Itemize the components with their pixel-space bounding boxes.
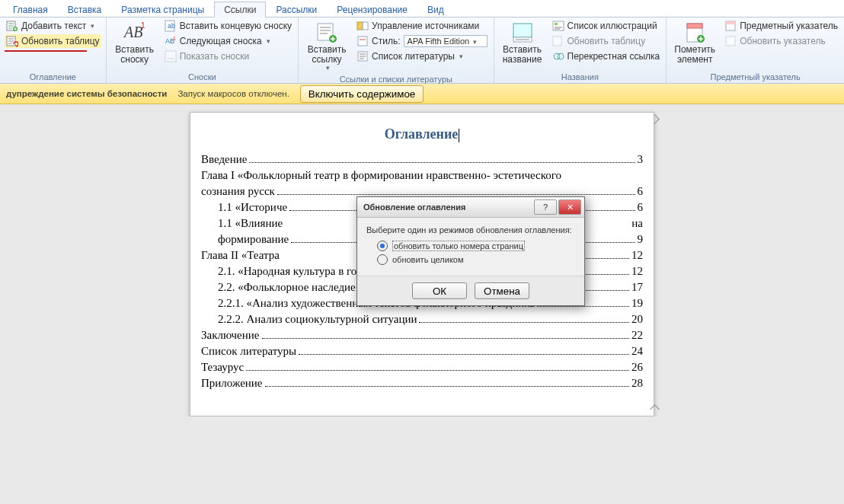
show-footnotes-button[interactable]: Показать сноски [163,49,293,63]
insert-citation-label: Вставить ссылку [308,45,347,65]
dialog-cancel-button[interactable]: Отмена [475,282,529,299]
style-label: Стиль: [372,36,400,46]
group-toc: Добавить текст ▾ Обновить таблицу Оглавл… [0,18,107,83]
dialog-close-button[interactable]: ✕ [558,199,581,215]
svg-rect-27 [726,21,735,24]
svg-rect-13 [363,22,368,30]
toc-leader [265,377,629,387]
toc-page-number: 3 [638,153,644,166]
add-text-button[interactable]: Добавить текст ▾ [5,19,101,33]
citation-style-select[interactable]: APA Fifth Edition ▾ [404,35,488,47]
radio-icon [377,241,388,251]
group-footnotes: AB1 Вставить сноску abВставить концевую … [107,18,299,83]
svg-rect-14 [358,37,367,46]
svg-rect-9 [165,51,176,62]
add-text-icon [6,20,18,32]
toc-leader [419,313,629,323]
bibliography-icon [356,50,369,62]
radio-icon [377,254,388,265]
toc-page-number: 12 [631,249,643,262]
insert-footnote-button[interactable]: AB1 Вставить сноску [111,19,158,66]
insert-endnote-button[interactable]: abВставить концевую сноску [163,19,293,33]
tab-разметка страницы[interactable]: Разметка страницы [111,2,214,17]
list-of-figures-button[interactable]: Список иллюстраций [551,19,662,33]
toc-entry: 2.2.2. Анализ социокультурной ситуации20 [201,313,643,326]
svg-rect-19 [555,23,558,25]
toc-page-number: 6 [638,185,644,198]
index-label: Предметный указатель [740,21,838,31]
toc-text: формирование [218,233,289,246]
text-cursor [459,129,459,142]
security-warning-bar: дупреждение системы безопасности Запуск … [0,84,844,104]
update-toc-button[interactable]: Обновить таблицу [5,34,101,48]
toc-text-tail: на [631,217,643,230]
manage-sources-button[interactable]: Управление источниками [355,19,488,33]
tab-ссылки[interactable]: Ссылки [214,2,266,18]
dropdown-icon: ▾ [91,22,94,30]
dialog-titlebar[interactable]: Обновление оглавления ? ✕ [357,197,584,218]
refresh-icon [6,35,18,47]
update-toc-label: Обновить таблицу [21,36,100,46]
toc-page-number: 22 [631,329,643,342]
mark-index-entry-button[interactable]: Пометить элемент [671,19,718,66]
toc-text: Введение [201,153,247,166]
update-toc-dialog: Обновление оглавления ? ✕ Выберите один … [356,196,585,306]
figures-icon [552,20,564,32]
dropdown-icon: ▾ [326,65,330,72]
toc-text: Заключение [201,329,260,342]
group-citations: Вставить ссылку▾ Управление источниками … [299,18,494,83]
toc-text: 1.1 «Влияние [218,217,283,230]
dialog-help-button[interactable]: ? [534,199,557,215]
toc-page-number: 19 [631,297,643,310]
toc-text: 1.1 «Историче [218,201,287,214]
svg-rect-24 [687,24,702,28]
insert-citation-button[interactable]: Вставить ссылку▾ [303,19,350,74]
bibliography-label: Список литературы [372,51,455,62]
enable-content-button[interactable]: Включить содержимое [300,85,424,103]
tab-рецензирование[interactable]: Рецензирование [327,2,417,17]
mark-entry-icon [683,21,707,45]
toc-text: Тезаурус [201,361,244,374]
svg-rect-20 [553,37,561,46]
radio-update-pages[interactable]: обновить только номера страниц [377,241,575,251]
toc-leader [249,153,635,163]
toc-entry: Тезаурус26 [201,361,643,374]
toc-page-number: 24 [631,345,643,358]
tab-главная[interactable]: Главная [3,2,58,17]
footnote-icon: AB1 [123,21,147,45]
style-icon [356,35,369,47]
tab-вид[interactable]: Вид [417,2,454,17]
dialog-footer: ОК Отмена [357,276,584,305]
toc-page-number: 28 [631,377,643,390]
dropdown-icon: ▾ [459,53,463,60]
mark-entry-label: Пометить элемент [674,45,715,65]
update-index-button[interactable]: Обновить указатель [723,34,839,48]
update-captions-button[interactable]: Обновить таблицу [551,34,662,48]
insert-caption-button[interactable]: Вставить название [499,19,546,66]
crossref-button[interactable]: Перекрестная ссылка [551,49,662,63]
style-value: APA Fifth Edition [408,37,470,46]
toc-page-number: 17 [631,281,643,294]
toc-text: сознания русск [201,185,275,198]
toc-text: 2.2.2. Анализ социокультурной ситуации [218,313,417,326]
insert-index-button[interactable]: Предметный указатель [723,19,839,33]
citation-icon [315,21,339,45]
svg-text:1: 1 [173,36,176,41]
next-footnote-label: Следующая сноска [180,36,262,46]
next-footnote-button[interactable]: AB1Следующая сноска▾ [163,34,293,48]
dialog-ok-button[interactable]: ОК [412,282,467,299]
citation-style-row: Стиль: APA Fifth Edition ▾ [355,34,488,48]
insert-caption-label: Вставить название [503,45,542,65]
tab-вставка[interactable]: Вставка [58,2,112,17]
toc-entry: Введение3 [201,153,643,166]
index-icon [724,20,737,32]
bibliography-button[interactable]: Список литературы▾ [355,49,488,63]
toc-page-number: 6 [638,201,644,214]
toc-page-number: 12 [631,265,643,278]
toc-page-number: 20 [631,313,643,326]
group-title: Сноски [111,72,293,83]
toc-entry: Заключение22 [201,329,643,342]
tab-рассылки[interactable]: Рассылки [266,2,327,17]
radio-update-full[interactable]: обновить целиком [377,254,575,265]
svg-text:AB: AB [123,24,142,40]
